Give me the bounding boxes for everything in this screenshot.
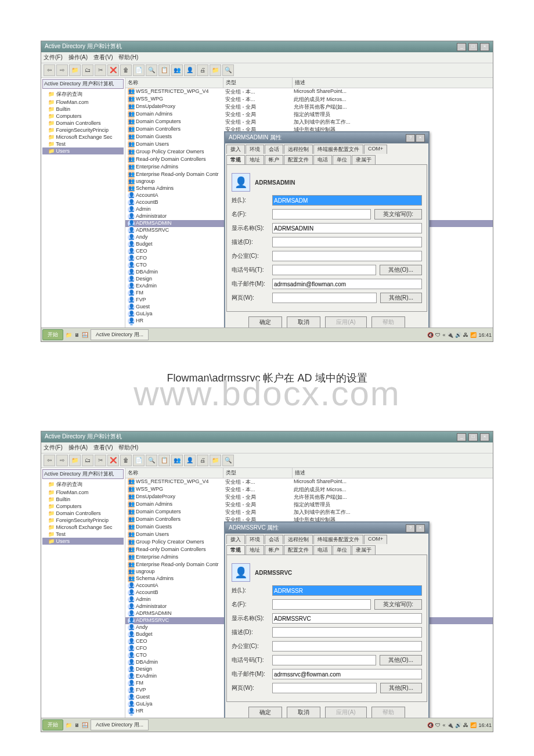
tray-icon[interactable]: « (442, 722, 445, 728)
dialog-help-icon[interactable]: ? (406, 134, 415, 142)
menu-item[interactable]: 查看(V) (93, 444, 113, 451)
list-item[interactable]: 👥WSS_RESTRICTED_WPG_V4安全组 - 本...Microsof… (125, 478, 493, 486)
text-input[interactable] (272, 669, 422, 679)
toolbar-button[interactable]: 👤 (184, 455, 196, 466)
toolbar-button[interactable]: ❌ (107, 455, 119, 466)
tab[interactable]: 会话 (265, 145, 283, 154)
tab[interactable]: 隶属于 (352, 155, 376, 164)
maximize-button[interactable]: □ (468, 43, 478, 51)
taskbar-button[interactable]: Active Directory 用... (91, 329, 149, 340)
toolbar-button[interactable]: 🗑 (120, 64, 132, 76)
tab[interactable]: 单位 (333, 155, 351, 164)
tab[interactable]: 会话 (265, 535, 283, 544)
minimize-button[interactable]: _ (457, 433, 466, 441)
menu-item[interactable]: 查看(V) (93, 54, 113, 60)
dialog-close-icon[interactable]: × (416, 134, 425, 142)
tab[interactable]: 拨入 (226, 145, 245, 154)
close-button[interactable]: × (480, 43, 489, 51)
dialog-button[interactable]: 取消 (287, 316, 320, 327)
quick-launch-icon[interactable]: 📁 (66, 722, 72, 728)
tree-node[interactable]: 📁 保存的查询 (42, 480, 124, 489)
quick-launch-icon[interactable]: 🖥 (74, 722, 80, 728)
tray-icon[interactable]: 🔌 (447, 332, 453, 338)
tray-icon[interactable]: 🔇 (427, 332, 434, 338)
quick-launch-icon[interactable]: 🖥 (74, 332, 80, 338)
tab[interactable]: 终端服务配置文件 (313, 535, 363, 544)
toolbar-button[interactable]: 🔍 (222, 64, 234, 76)
col-desc[interactable]: 描述 (293, 468, 493, 478)
tray-icon[interactable]: 🛡 (435, 332, 441, 338)
text-input[interactable] (272, 237, 422, 247)
menu-item[interactable]: 文件(F) (44, 54, 63, 60)
dialog-button[interactable]: 帮助 (371, 707, 405, 718)
menu-item[interactable]: 文件(F) (44, 444, 63, 451)
text-input[interactable] (272, 251, 422, 261)
tab[interactable]: COM+ (364, 145, 387, 154)
tree-node[interactable]: 📁 Builtin (42, 496, 124, 503)
menu-item[interactable]: 操作(A) (68, 54, 88, 60)
toolbar-button[interactable]: 🔍 (222, 455, 234, 466)
dialog-button[interactable]: 应用(A) (325, 707, 366, 718)
tree-node[interactable]: 📁 FlowMan.com (42, 489, 124, 496)
col-desc[interactable]: 描述 (293, 78, 493, 88)
menu-item[interactable]: 操作(A) (68, 444, 88, 451)
toolbar-button[interactable]: 🖨 (197, 64, 208, 76)
tray-icon[interactable]: 🖧 (463, 332, 468, 338)
text-input[interactable] (272, 223, 422, 233)
list-item[interactable]: 👥Domain Admins安全组 - 全局指定的域管理员 (125, 501, 493, 509)
tab[interactable]: 地址 (246, 155, 264, 164)
tab[interactable]: 常规 (226, 155, 245, 164)
toolbar-button[interactable]: 📋 (158, 64, 170, 76)
tree-node[interactable]: 📁 Users (42, 538, 124, 545)
tab[interactable]: 远程控制 (284, 535, 313, 544)
col-type[interactable]: 类型 (223, 468, 293, 478)
other-button[interactable]: 其他(R)... (380, 293, 422, 303)
toolbar-button[interactable]: ✂ (95, 64, 106, 76)
other-button[interactable]: 其他(O)... (380, 655, 422, 665)
tray-icon[interactable]: 🔊 (455, 332, 461, 338)
dialog-button[interactable]: 确定 (248, 316, 282, 327)
quick-launch-icon[interactable]: 🪟 (82, 332, 88, 338)
toolbar-button[interactable]: ⇦ (44, 455, 55, 466)
tree-node[interactable]: 📁 保存的查询 (42, 90, 124, 99)
tree-node[interactable]: 📁 Test (42, 531, 124, 538)
other-button[interactable]: 其他(O)... (380, 265, 422, 275)
toolbar-button[interactable]: 👤 (184, 64, 196, 76)
tree-node[interactable]: 📁 Domain Controllers (42, 510, 124, 517)
tab[interactable]: 帐户 (265, 155, 283, 164)
tree-node[interactable]: 📁 ForeignSecurityPrincip (42, 517, 124, 524)
tray-icon[interactable]: 🔇 (427, 722, 434, 728)
list-item[interactable]: 👥Domain Computers安全组 - 全局加入到域中的所有工作... (125, 509, 493, 516)
nav-tree[interactable]: Active Directory 用户和计算机 📁 保存的查询📁 FlowMan… (41, 468, 125, 718)
text-input[interactable] (272, 209, 371, 219)
tray-icon[interactable]: 🛡 (435, 722, 441, 728)
tray-icon[interactable]: 🔌 (447, 722, 453, 728)
dialog-button[interactable]: 取消 (287, 707, 320, 718)
text-input[interactable] (272, 599, 371, 610)
column-headers[interactable]: 名称 类型 描述 (125, 78, 493, 88)
tab[interactable]: 地址 (246, 545, 264, 555)
tray-icon[interactable]: 📶 (470, 722, 477, 728)
dialog-help-icon[interactable]: ? (406, 524, 415, 532)
quick-launch-icon[interactable]: 🪟 (82, 722, 88, 728)
taskbar-button[interactable]: Active Directory 用... (91, 719, 149, 730)
list-item[interactable]: 👥DnsUpdateProxy安全组 - 全局允许替其他客户端(如... (125, 494, 493, 501)
text-input[interactable] (272, 655, 376, 665)
tab[interactable]: 配置文件 (284, 545, 313, 555)
tab[interactable]: 单位 (333, 545, 351, 555)
maximize-button[interactable]: □ (468, 433, 478, 441)
close-button[interactable]: × (480, 433, 489, 441)
tree-node[interactable]: 📁 Computers (42, 113, 124, 120)
text-input[interactable] (272, 683, 377, 693)
text-input[interactable] (272, 279, 422, 289)
list-item[interactable]: 👥DnsUpdateProxy安全组 - 全局允许替其他客户端(如... (125, 103, 493, 111)
toolbar-button[interactable]: 📁 (69, 64, 81, 76)
toolbar-button[interactable]: ❌ (107, 64, 119, 76)
tree-node[interactable]: 📁 Builtin (42, 106, 124, 113)
tab[interactable]: 隶属于 (352, 545, 376, 555)
text-input[interactable] (272, 613, 422, 624)
tree-node[interactable]: 📁 Users (42, 147, 124, 154)
other-button[interactable]: 其他(R)... (380, 683, 422, 693)
toolbar-button[interactable]: ⇦ (44, 64, 55, 76)
toolbar-button[interactable]: 📄 (133, 455, 145, 466)
